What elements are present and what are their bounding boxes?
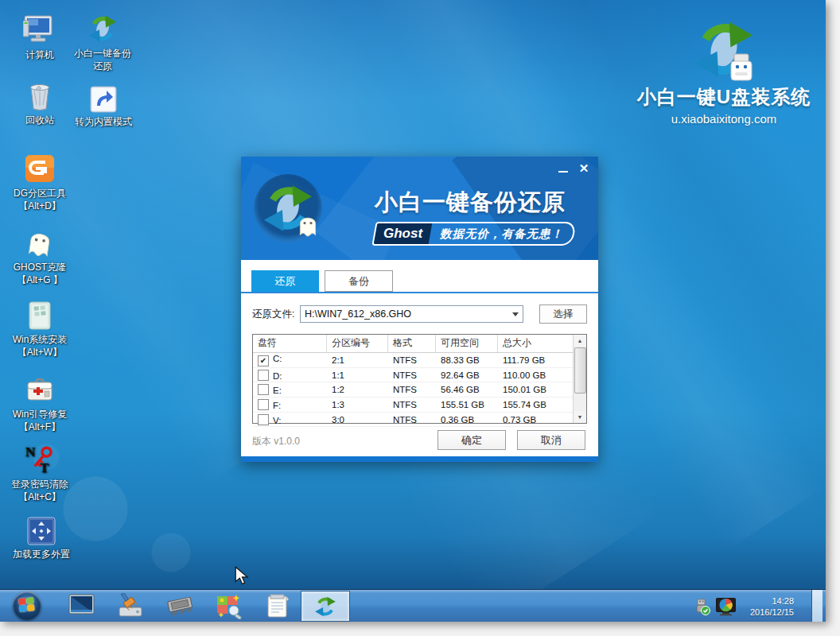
expand-arrows-icon: [27, 517, 56, 545]
minimize-button[interactable]: [555, 161, 571, 176]
free-space: 155.51 GB: [436, 400, 498, 409]
nt-password-key-icon: N T: [24, 444, 56, 475]
brand-logo: [690, 16, 758, 84]
row-checkbox[interactable]: ✔: [258, 355, 269, 366]
desktop-icon-backup-restore[interactable]: 小白一键备份 还原: [68, 13, 137, 72]
cancel-button[interactable]: 取消: [517, 430, 585, 450]
desktop-icon-label: 转为内置模式: [67, 115, 140, 128]
tab-backup[interactable]: 备份: [325, 270, 393, 292]
restore-file-label: 还原文件:: [252, 305, 294, 323]
row-checkbox[interactable]: [258, 399, 269, 410]
desktop-icon-label-line2: 【Alt+G 】: [6, 273, 73, 286]
partition-table: 盘符分区编号格式可用空间总大小 ✔C:2:1NTFS88.33 GB111.79…: [252, 334, 587, 424]
free-space: 56.46 GB: [436, 385, 498, 394]
desktop-icon-computer[interactable]: 计算机: [8, 14, 72, 61]
windows-logo-icon: [18, 597, 36, 615]
format: NTFS: [388, 415, 436, 425]
dropdown-value: H:\WIN7_612_x86.GHO: [305, 308, 411, 320]
column-header[interactable]: 格式: [388, 335, 436, 352]
dialog-title: 小白一键备份还原: [375, 187, 566, 219]
table-row[interactable]: E:1:2NTFS56.46 GB150.01 GB: [253, 382, 586, 398]
desktop-icon-ghost-clone[interactable]: GHOST克隆 【Alt+G 】: [6, 227, 73, 286]
free-space: 88.33 GB: [436, 355, 498, 365]
sync-arrows-icon: [313, 595, 337, 619]
brand-area: 小白一键U盘装系统 u.xiaobaixitong.com: [620, 16, 826, 126]
partition-table-header: 盘符分区编号格式可用空间总大小: [253, 335, 586, 353]
scrollbar-thumb[interactable]: [574, 347, 586, 394]
desktop-icon-label: 小白一键备份: [68, 47, 137, 60]
desktop-icon-label: 登录密码清除: [6, 478, 73, 491]
column-header[interactable]: 分区编号: [327, 335, 388, 352]
desktop-icon-label-line2: 【Alt+W】: [6, 346, 73, 359]
partition-id: 1:1: [327, 370, 388, 380]
svg-text:N: N: [25, 444, 36, 460]
taskbar-active-app[interactable]: [301, 591, 350, 622]
partition-table-body: ✔C:2:1NTFS88.33 GB111.79 GBD:1:1NTFS92.6…: [253, 353, 586, 427]
desktop-icon-label: 回收站: [8, 114, 72, 126]
mouse-cursor: [233, 566, 251, 585]
tab-underline: [241, 292, 598, 293]
version-label: 版本 v1.0.0: [252, 432, 300, 452]
dialog-logo: [254, 174, 322, 242]
tray-usb-icon[interactable]: [692, 597, 711, 616]
restore-file-dropdown[interactable]: H:\WIN7_612_x86.GHO: [300, 305, 523, 323]
minimize-icon: [558, 171, 568, 173]
taskbar-disk-cleanup-icon[interactable]: [117, 593, 145, 619]
select-file-button[interactable]: 选择: [539, 304, 587, 324]
close-button[interactable]: ✕: [576, 161, 592, 176]
table-row[interactable]: F:1:3NTFS155.51 GB155.74 GB: [253, 398, 586, 413]
tab-restore[interactable]: 还原: [251, 270, 319, 292]
desktop-icon-load-more[interactable]: 加载更多外置: [8, 517, 75, 560]
dialog-bottom-strip: [241, 456, 598, 462]
desktop-icon-label-line2: 还原: [68, 60, 137, 72]
drive-letter: C:: [273, 354, 282, 363]
start-button[interactable]: [13, 591, 41, 620]
taskbar-ram-icon[interactable]: [166, 593, 194, 619]
desktop-icon-label-line2: 【Alt+D】: [6, 200, 73, 212]
row-checkbox[interactable]: [258, 370, 269, 381]
tray-display-icon[interactable]: [715, 597, 737, 616]
dialog-titlebar[interactable]: 小白一键备份还原 Ghost 数据无价，有备无患！ ✕: [241, 157, 598, 260]
column-header[interactable]: 可用空间: [436, 335, 498, 352]
clock-time: 14:28: [745, 595, 794, 607]
desktop-icon-dg-partition[interactable]: DG分区工具 【Alt+D】: [6, 153, 73, 212]
taskbar-notepad-icon[interactable]: [265, 593, 290, 619]
show-desktop-button[interactable]: [811, 590, 822, 622]
partition-id: 1:2: [327, 385, 388, 394]
close-icon: ✕: [579, 161, 589, 176]
desktop-icon-label: Win系统安装: [6, 333, 73, 346]
table-row[interactable]: V:3:0NTFS0.36 GB0.73 GB: [253, 413, 586, 428]
ghost-logo-text: Ghost: [374, 223, 433, 244]
desktop-icon-win-install[interactable]: Win系统安装 【Alt+W】: [6, 301, 73, 359]
taskbar-clock[interactable]: 14:28 2016/12/15: [745, 595, 794, 618]
taskbar-screenshot-tool-icon[interactable]: [216, 593, 243, 619]
drive-letter: E:: [273, 386, 282, 395]
table-row[interactable]: ✔C:2:1NTFS88.33 GB111.79 GB: [253, 353, 586, 368]
backup-restore-dialog: 小白一键备份还原 Ghost 数据无价，有备无患！ ✕ 还原 备份 还原文件: …: [241, 157, 598, 462]
format: NTFS: [388, 385, 436, 394]
column-header[interactable]: 盘符: [253, 335, 327, 352]
ok-button[interactable]: 确定: [438, 430, 506, 450]
usb-drive-icon: [725, 52, 758, 84]
scroll-up-icon[interactable]: ▲: [574, 335, 586, 347]
free-space: 92.64 GB: [436, 370, 498, 380]
desktop-icon-boot-repair[interactable]: Win引导修复 【Alt+F】: [6, 375, 73, 433]
row-checkbox[interactable]: [258, 414, 269, 425]
computer-icon: [23, 14, 56, 46]
format: NTFS: [388, 355, 436, 365]
table-scrollbar[interactable]: ▲ ▼: [573, 335, 586, 423]
partition-id: 3:0: [327, 415, 388, 425]
desktop-icon-internal-mode[interactable]: 转为内置模式: [67, 86, 140, 128]
brand-title: 小白一键U盘装系统: [620, 84, 826, 110]
scroll-down-icon[interactable]: ▼: [574, 411, 586, 423]
partition-id: 2:1: [327, 355, 388, 365]
desktop-icon-recycle-bin[interactable]: 回收站: [8, 81, 72, 126]
drive-letter: V:: [273, 416, 281, 425]
row-checkbox[interactable]: [258, 384, 269, 395]
table-row[interactable]: D:1:1NTFS92.64 GB110.00 GB: [253, 368, 586, 383]
taskbar-desktop-preview-icon[interactable]: [68, 593, 95, 617]
desktop-icon-password-clear[interactable]: N T 登录密码清除 【Alt+C】: [6, 444, 73, 503]
format: NTFS: [388, 370, 436, 380]
desktop-icon-label: DG分区工具: [6, 187, 73, 200]
chevron-down-icon: [512, 312, 519, 316]
